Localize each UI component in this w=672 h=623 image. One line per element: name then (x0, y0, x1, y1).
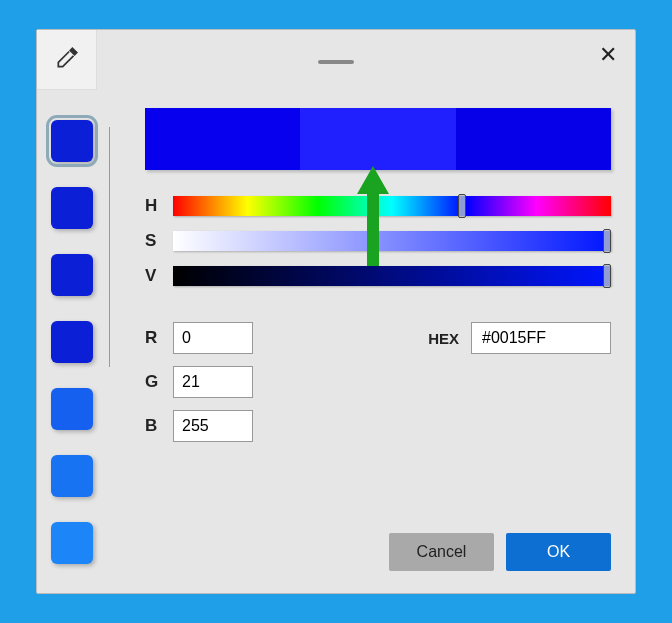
swatch-0[interactable] (51, 120, 93, 162)
close-button[interactable]: ✕ (599, 44, 617, 66)
value-label: V (145, 266, 173, 286)
swatch-list (51, 120, 101, 589)
saturation-thumb[interactable] (603, 229, 611, 253)
ok-button[interactable]: OK (506, 533, 611, 571)
green-row: G (145, 366, 611, 398)
saturation-row: S (145, 229, 611, 252)
eyedropper-icon (54, 45, 80, 75)
value-slider[interactable] (173, 266, 611, 286)
hue-label: H (145, 196, 173, 216)
hex-row: HEX (428, 322, 611, 354)
color-preview (145, 108, 611, 170)
swatch-2[interactable] (51, 254, 93, 296)
main-panel: H S V R G (145, 108, 611, 454)
swatch-1[interactable] (51, 187, 93, 229)
blue-row: B (145, 410, 611, 442)
swatch-4[interactable] (51, 388, 93, 430)
blue-input[interactable] (173, 410, 253, 442)
numeric-inputs: R G B HEX (145, 322, 611, 442)
cancel-button[interactable]: Cancel (389, 533, 494, 571)
value-row: V (145, 264, 611, 287)
hex-input[interactable] (471, 322, 611, 354)
saturation-label: S (145, 231, 173, 251)
red-label: R (145, 328, 173, 348)
drag-handle[interactable] (318, 60, 354, 64)
saturation-slider[interactable] (173, 231, 611, 251)
green-label: G (145, 372, 173, 392)
green-input[interactable] (173, 366, 253, 398)
swatch-5[interactable] (51, 455, 93, 497)
button-bar: Cancel OK (389, 533, 611, 571)
color-dialog: ✕ H S V (36, 29, 636, 594)
close-icon: ✕ (599, 42, 617, 67)
hue-slider[interactable] (173, 196, 611, 216)
blue-label: B (145, 416, 173, 436)
swatch-3[interactable] (51, 321, 93, 363)
titlebar: ✕ (37, 30, 635, 90)
preview-mid (300, 108, 455, 170)
hue-thumb[interactable] (458, 194, 466, 218)
hue-row: H (145, 194, 611, 217)
preview-left (145, 108, 300, 170)
eyedropper-button[interactable] (37, 30, 97, 90)
value-thumb[interactable] (603, 264, 611, 288)
red-input[interactable] (173, 322, 253, 354)
swatch-6[interactable] (51, 522, 93, 564)
hex-label: HEX (428, 330, 459, 347)
separator (109, 127, 110, 367)
preview-right (456, 108, 611, 170)
